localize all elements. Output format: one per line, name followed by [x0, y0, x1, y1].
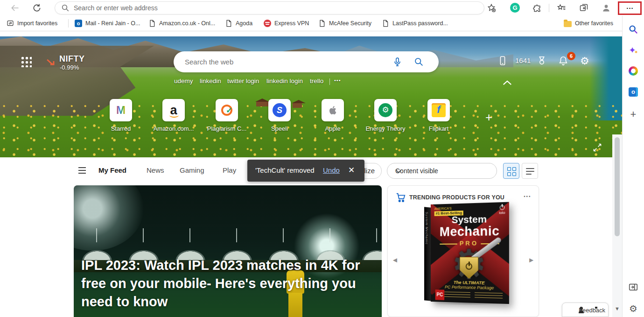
page-icon [318, 20, 326, 27]
tab-gaming[interactable]: Gaming [180, 166, 204, 174]
favorite-expressvpn[interactable]: Express VPN [264, 16, 309, 31]
background-barn [256, 102, 268, 106]
grammarly-extension-icon[interactable]: G [510, 3, 520, 13]
news-headline[interactable]: IPL 2023: Watch IPL 2023 matches in 4K f… [81, 256, 368, 311]
search-icon [61, 4, 70, 12]
toast-close-icon[interactable]: ✕ [348, 165, 355, 175]
shortcut-label: Plagiarism C... [199, 125, 255, 132]
other-favorites-label: Other favorites [575, 20, 613, 27]
speeli-icon: S [273, 103, 287, 117]
favorite-mcafee[interactable]: McAfee Security [318, 16, 371, 31]
mobile-phone-icon[interactable] [497, 55, 508, 66]
quick-link-trello[interactable]: trello [310, 77, 323, 85]
card-more-menu[interactable]: ... [524, 190, 531, 199]
sidebar-panel-icon[interactable] [628, 282, 638, 292]
favorites-hub-icon[interactable] [557, 3, 566, 13]
shortcut-tile-speeli[interactable]: S [268, 99, 291, 121]
sidebar-outlook-icon[interactable]: o [628, 87, 638, 97]
favorite-label: Mail - Reni Jain - O... [85, 20, 140, 27]
rewards-medal-icon[interactable] [537, 55, 547, 66]
sidebar-discover-sparkle-icon[interactable]: ✦✦ [628, 45, 638, 55]
favorite-lastpass[interactable]: LastPass password... [382, 16, 448, 31]
feed-toolbar: My Feed News Gaming Play lize 'TechCult'… [0, 157, 622, 184]
rewards-points[interactable]: 1641 [515, 56, 531, 64]
carousel-prev-arrow[interactable]: ◄ [392, 256, 399, 264]
shortcut-tile-amazon[interactable]: a [162, 99, 185, 121]
quick-links-more-button[interactable]: ••• [334, 77, 341, 83]
collections-icon[interactable] [579, 3, 588, 13]
address-bar[interactable] [55, 1, 484, 14]
settings-more-button[interactable]: ... [624, 1, 636, 14]
tab-my-feed[interactable]: My Feed [98, 166, 126, 174]
favorite-amazon-uk[interactable]: Amazon.co.uk - Onl... [148, 16, 215, 31]
web-search-input[interactable] [185, 52, 385, 71]
outlook-icon: o [75, 20, 82, 27]
page-icon [225, 20, 232, 27]
shortcut-tile-energy-theory[interactable]: ⚙ [374, 99, 397, 121]
page-icon [148, 20, 156, 27]
shortcut-tile-plagiarism[interactable] [216, 99, 238, 121]
profile-icon[interactable] [602, 3, 611, 13]
favorite-mail[interactable]: o Mail - Reni Jain - O... [75, 16, 140, 31]
feed-content: IPL 2023: Watch IPL 2023 matches in 4K f… [0, 184, 622, 317]
tab-news[interactable]: News [147, 166, 164, 174]
extensions-puzzle-icon[interactable] [532, 3, 542, 13]
sidebar-search-icon[interactable] [628, 24, 638, 35]
market-symbol[interactable]: NIFTY [59, 54, 85, 64]
shortcut-tile-starred[interactable]: M [110, 99, 132, 121]
plagiarism-checker-icon [221, 105, 232, 116]
page-settings-gear-icon[interactable]: ⚙ [580, 55, 589, 67]
other-favorites-button[interactable]: Other favorites [564, 16, 613, 31]
add-favorite-star-icon[interactable] [487, 3, 496, 13]
news-card[interactable]: IPL 2023: Watch IPL 2023 matches in 4K f… [74, 185, 382, 317]
shortcut-tile-apple[interactable] [322, 99, 344, 121]
back-icon[interactable] [10, 3, 20, 13]
carousel-next-arrow[interactable]: ► [528, 256, 535, 264]
list-layout-button[interactable] [522, 163, 538, 179]
apps-grid-icon[interactable] [21, 56, 32, 67]
sidebar-add-icon[interactable]: + [628, 109, 638, 120]
expand-image-icon[interactable] [593, 143, 602, 152]
expressvpn-icon [264, 20, 271, 27]
notification-badge: 6 [567, 52, 575, 60]
quick-link-udemy[interactable]: udemy [174, 77, 193, 85]
chevron-down-icon [395, 167, 402, 171]
feed-menu-icon[interactable] [78, 167, 86, 174]
page-scrollbar[interactable]: ▼ [612, 134, 622, 317]
quick-links-separator [329, 78, 330, 85]
refresh-icon[interactable] [32, 3, 42, 13]
mouse-cursor-crosshair: + [485, 110, 492, 125]
shopping-cart-icon [396, 192, 406, 203]
quick-link-linkedin[interactable]: linkedin [200, 77, 221, 85]
shortcut-label: Energy Theory [357, 125, 413, 132]
sidebar-microsoft365-icon[interactable] [628, 66, 638, 76]
shortcut-label: Flipkart [411, 125, 467, 132]
toast-undo-link[interactable]: Undo [323, 166, 340, 174]
product-image-system-mechanic[interactable]: System Mechanic AMERICA'S #1 Best-Sellin… [424, 204, 508, 304]
edge-sidebar: ✦✦ o + ⚙ [622, 16, 644, 317]
trending-products-card: TRENDING PRODUCTS FOR YOU ... ◄ ► System… [387, 185, 539, 317]
quick-link-linkedin-login[interactable]: linkedin login [266, 77, 303, 85]
content-visibility-dropdown[interactable]: Content visible [387, 163, 497, 179]
favorite-agoda[interactable]: Agoda [225, 16, 252, 31]
scrollbar-thumb[interactable] [615, 137, 620, 236]
shortcut-label: Speeli [252, 125, 308, 132]
tab-play[interactable]: Play [223, 166, 236, 174]
shortcut-tile-flipkart[interactable]: f [427, 99, 450, 121]
feedback-button[interactable]: Feedback [562, 303, 609, 317]
collapse-chevron-icon[interactable] [502, 79, 512, 86]
import-favorites-button[interactable]: Import favorites [7, 16, 57, 31]
background-barn [293, 103, 302, 108]
microphone-icon[interactable] [392, 57, 402, 67]
address-input[interactable] [74, 2, 400, 14]
favorite-label: McAfee Security [329, 20, 371, 27]
search-submit-icon[interactable] [414, 57, 424, 67]
shortcut-label: Amazon.com... [146, 125, 202, 132]
shortcut-label: Starred [93, 125, 149, 132]
quick-link-twitter-login[interactable]: twitter login [227, 77, 259, 85]
web-search-box[interactable] [174, 51, 439, 72]
grid-layout-button[interactable] [503, 163, 519, 179]
removal-toast: 'TechCult' removed Undo ✕ [247, 160, 364, 182]
sidebar-settings-gear-icon[interactable]: ⚙ [628, 303, 638, 314]
scrollbar-down-arrow[interactable]: ▼ [614, 305, 621, 312]
